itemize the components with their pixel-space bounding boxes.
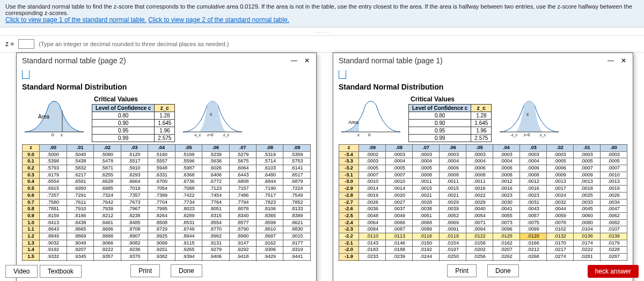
z-cell: .8212 (94, 212, 121, 219)
z-row-header: 0.5 (23, 186, 40, 193)
z-cell: .7088 (175, 186, 202, 193)
z-cell: .0129 (520, 233, 547, 240)
z-cell: .5948 (148, 165, 175, 172)
z-cell: .0069 (440, 219, 466, 226)
z-cell: .9032 (40, 240, 67, 247)
z-cell: .0005 (573, 158, 600, 165)
z-cell: .0003 (359, 158, 386, 165)
z-row-header: -2.6 (339, 206, 359, 213)
z-cell: .8944 (175, 233, 202, 240)
z-cell: .9382 (148, 254, 175, 261)
z-cell: .8461 (94, 219, 121, 226)
z-cell: .7764 (202, 199, 229, 206)
z-cell: .6591 (67, 179, 93, 186)
z-cell: .5596 (175, 158, 202, 165)
z-input[interactable] (18, 39, 34, 49)
z-cell: .9429 (256, 254, 283, 261)
z-cell: .0045 (573, 206, 600, 213)
z-row-header: 0.2 (23, 165, 40, 172)
z-col-header: .02 (94, 145, 121, 152)
z-row-header: 1.3 (23, 240, 40, 247)
z-cell: .5000 (40, 151, 67, 158)
z-cell: .0004 (493, 158, 520, 165)
z-cell: .0080 (573, 219, 600, 226)
link-page1[interactable]: Click to view page 1 of the standard nor… (5, 16, 147, 24)
z-cell: .9207 (67, 247, 93, 254)
z-cell: .5753 (283, 158, 311, 165)
z-cell: .6443 (229, 172, 256, 179)
z-row-header: 0.6 (23, 192, 40, 199)
z-cell: .0011 (413, 179, 440, 186)
z-cell: .0150 (413, 240, 440, 247)
z-cell: .6255 (94, 172, 121, 179)
z-cell: .7852 (283, 199, 311, 206)
z-cell: .7580 (40, 199, 67, 206)
z-cell: .9222 (94, 247, 121, 254)
answer-row: z = (Type an integer or decimal rounded … (0, 35, 644, 53)
z-cell: .0021 (413, 192, 440, 199)
conf-level: 0.80 (92, 112, 155, 120)
z-cell: .9394 (175, 254, 202, 261)
video-button[interactable]: Video (5, 265, 38, 278)
z-row-header: 0.7 (23, 199, 40, 206)
z-cell: .0002 (359, 151, 386, 158)
z-cell: .9370 (121, 254, 148, 261)
z-row-header: -3.2 (339, 165, 359, 172)
z-cell: .7054 (148, 186, 175, 193)
z-cell: .0008 (493, 172, 520, 179)
z-cell: .6141 (283, 165, 311, 172)
z-cell: .0025 (573, 192, 600, 199)
z-cell: .0004 (520, 158, 547, 165)
close-icon[interactable]: ✕ (303, 56, 311, 65)
z-cell: .0024 (547, 192, 574, 199)
z-row-header: 0.8 (23, 206, 40, 213)
z-cell: .0015 (440, 186, 466, 193)
conf-level: 0.95 (409, 127, 471, 135)
z-cell: .0110 (359, 233, 386, 240)
check-answer-button[interactable]: heck answer (588, 265, 639, 278)
minimize-icon[interactable]: — (607, 56, 614, 65)
z-cell: .0082 (600, 219, 627, 226)
z-cell: .6179 (40, 172, 67, 179)
svg-text:0: 0 (368, 132, 371, 137)
z-cell: .8849 (40, 233, 67, 240)
z-cell: .7324 (94, 192, 121, 199)
z-col-header: .07 (413, 145, 440, 152)
z-cell: .7939 (94, 206, 121, 213)
z-col-header: .04 (148, 145, 175, 152)
z-cell: .9147 (229, 240, 256, 247)
z-cell: .0049 (386, 212, 413, 219)
z-cell: .5714 (256, 158, 283, 165)
z-col-header: .03 (121, 145, 148, 152)
textbook-button[interactable]: Textbook (40, 265, 82, 278)
svg-text:0: 0 (52, 132, 54, 137)
minimize-icon[interactable]: — (290, 56, 298, 65)
z-cell: .0202 (466, 247, 493, 254)
conf-level: 0.90 (92, 120, 155, 127)
z-cell: .7910 (67, 206, 93, 213)
z-cell: .0162 (493, 240, 520, 247)
z-cell: .0060 (573, 212, 600, 219)
z-col-header: .07 (229, 145, 256, 152)
close-icon[interactable]: ✕ (620, 56, 627, 65)
z-cell: .0037 (386, 206, 413, 213)
z-cell: .0016 (520, 186, 547, 193)
bookmark-icon[interactable] (22, 70, 30, 79)
svg-text:z_c: z_c (223, 133, 229, 137)
z-cell: .0059 (547, 212, 574, 219)
z-cell: .0009 (547, 172, 574, 179)
z-cell: .0007 (386, 172, 413, 179)
z-cell: .7389 (148, 192, 175, 199)
z-cell: .0008 (440, 172, 466, 179)
z-row-header: 0.9 (23, 212, 40, 219)
bookmark-icon[interactable] (339, 70, 346, 79)
z-cell: .8289 (175, 212, 202, 219)
z-cell: .7823 (256, 199, 283, 206)
z-col-header: z (23, 145, 40, 152)
link-page2[interactable]: Click to view page 2 of the standard nor… (148, 16, 289, 24)
z-cell: .0027 (386, 199, 413, 206)
z-cell: .8577 (229, 219, 256, 226)
z-cell: .8869 (67, 233, 93, 240)
z-cell: .0008 (466, 172, 493, 179)
z-cell: .8485 (121, 219, 148, 226)
